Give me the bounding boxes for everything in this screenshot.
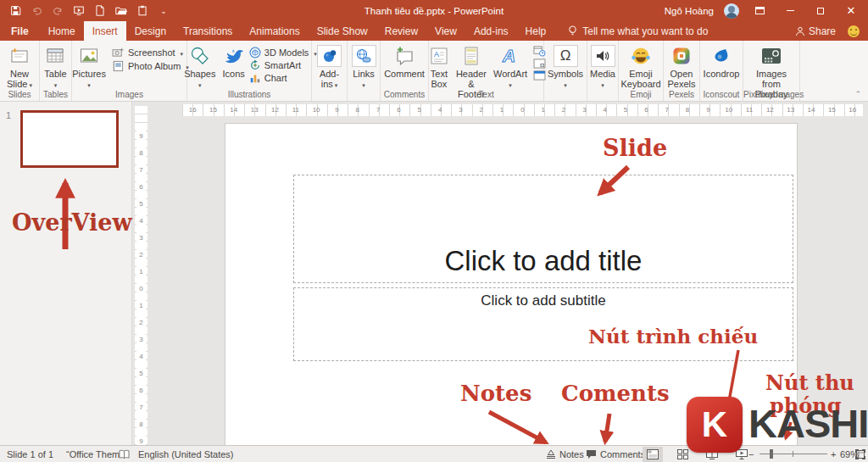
- ribbon-group-pixabay: Images from Pixabay Pixabay Images: [743, 41, 800, 101]
- workspace: 1 9876543210123456789 161514131211109876…: [0, 102, 868, 445]
- wordart-button[interactable]: A WordArt: [491, 43, 530, 92]
- start-slideshow-icon[interactable]: [72, 4, 86, 18]
- 3d-models-button[interactable]: 3D Models: [249, 47, 317, 58]
- paste-icon[interactable]: [136, 4, 149, 18]
- zoom-out-button[interactable]: −: [748, 446, 754, 462]
- chart-button[interactable]: Chart: [249, 72, 317, 84]
- table-icon: [45, 45, 65, 67]
- text-box-icon: A: [429, 45, 449, 67]
- zoom-in-button[interactable]: +: [831, 446, 836, 462]
- ribbon-display-options-icon[interactable]: [749, 0, 770, 21]
- open-icon[interactable]: [114, 4, 128, 18]
- ruler-number: 5: [615, 104, 636, 116]
- slide-thumbnail-panel[interactable]: 1: [0, 102, 132, 445]
- collapse-ribbon-icon[interactable]: ⌃: [854, 90, 861, 98]
- tab-view[interactable]: View: [426, 21, 465, 41]
- comment-label: Comment: [384, 69, 425, 79]
- ruler-number: 2: [554, 104, 574, 116]
- tab-design[interactable]: Design: [126, 21, 175, 41]
- pictures-button[interactable]: Pictures: [70, 43, 108, 92]
- feedback-smiley-icon[interactable]: [848, 25, 860, 37]
- new-file-icon[interactable]: [93, 4, 107, 18]
- comments-icon: [586, 449, 597, 459]
- fit-to-window-icon[interactable]: [855, 446, 865, 462]
- ruler-number: 6: [388, 104, 409, 116]
- share-label: Share: [809, 25, 836, 37]
- tab-review[interactable]: Review: [376, 21, 426, 41]
- tab-animations[interactable]: Animations: [241, 21, 308, 41]
- ruler-number: 7: [136, 162, 146, 179]
- smartart-button[interactable]: SmartArt: [249, 59, 317, 71]
- icons-bird-icon: [223, 45, 245, 67]
- ribbon-group-tables: Table Tables: [40, 41, 72, 101]
- comment-icon: [393, 45, 415, 67]
- ruler-number: 9: [136, 128, 146, 145]
- ruler-number: 3: [136, 230, 146, 247]
- normal-view-button[interactable]: [643, 447, 663, 462]
- 3d-models-icon: [249, 47, 261, 58]
- notes-button[interactable]: Notes: [546, 446, 584, 462]
- tab-transitions[interactable]: Transitions: [175, 21, 241, 41]
- emoji-keyboard-button[interactable]: Emoji Keyboard: [618, 43, 663, 91]
- ribbon: New Slide Slides Table Tables: [0, 41, 868, 102]
- save-icon[interactable]: [8, 4, 22, 18]
- pictures-icon: [79, 45, 99, 67]
- slide-thumbnail[interactable]: [20, 110, 119, 168]
- ruler-number: 3: [450, 104, 470, 116]
- media-button[interactable]: Media: [587, 43, 618, 92]
- restore-button[interactable]: [810, 0, 831, 21]
- account-avatar[interactable]: [724, 3, 739, 19]
- account-name[interactable]: Ngô Hoàng: [665, 6, 714, 16]
- ruler-number: 1: [492, 104, 512, 116]
- ribbon-group-images: Pictures Screenshot Photo Album Images: [72, 41, 187, 101]
- add-ins-button[interactable]: Add- ins: [314, 43, 344, 92]
- ruler-number: 10: [719, 104, 739, 116]
- ruler-number: 8: [677, 104, 698, 116]
- minimize-button[interactable]: [780, 0, 800, 21]
- title-placeholder[interactable]: Click to add title: [293, 175, 793, 283]
- shapes-button[interactable]: Shapes: [181, 43, 218, 92]
- ruler-number: 15: [203, 104, 223, 116]
- tell-me-box[interactable]: Tell me what you want to do: [559, 21, 716, 41]
- tab-help[interactable]: Help: [517, 21, 555, 41]
- ruler-number: 7: [136, 399, 146, 416]
- screenshot-button[interactable]: Screenshot: [112, 47, 189, 58]
- ruler-number: 1: [136, 264, 146, 281]
- customize-qat-icon[interactable]: ⌄: [157, 4, 170, 18]
- spellcheck-icon[interactable]: [119, 446, 130, 462]
- quick-access-toolbar: ⌄: [0, 4, 170, 18]
- tab-file[interactable]: File: [0, 21, 40, 41]
- photo-album-button[interactable]: Photo Album: [112, 60, 189, 72]
- powerpoint-window: ⌄ Thanh tiêu đề.pptx - PowerPoint Ngô Ho…: [0, 0, 868, 462]
- table-button[interactable]: Table: [42, 43, 69, 92]
- open-pexels-button[interactable]: Open Pexels: [665, 43, 698, 91]
- icondrop-button[interactable]: Icondrop: [701, 43, 743, 81]
- icons-button[interactable]: Icons: [220, 43, 247, 81]
- emoji-icon: [631, 45, 651, 67]
- title-placeholder-text: Click to add title: [445, 245, 643, 277]
- zoom-slider-thumb[interactable]: [770, 449, 773, 459]
- share-button[interactable]: Share: [795, 25, 836, 37]
- text-box-button[interactable]: A Text Box: [426, 43, 452, 91]
- ruler-number: 0: [136, 281, 146, 298]
- ruler-number: 5: [409, 104, 430, 116]
- ribbon-group-emoji: Emoji Keyboard Emoji: [619, 41, 664, 101]
- tab-home[interactable]: Home: [40, 21, 84, 41]
- subtitle-placeholder[interactable]: Click to add subtitle: [293, 287, 793, 361]
- comments-button[interactable]: Comments: [586, 446, 645, 462]
- title-bar: ⌄ Thanh tiêu đề.pptx - PowerPoint Ngô Ho…: [0, 0, 868, 21]
- language-indicator[interactable]: English (United States): [138, 446, 234, 462]
- close-button[interactable]: ✕: [841, 0, 861, 21]
- tab-insert[interactable]: Insert: [84, 21, 126, 41]
- symbols-button[interactable]: Ω Symbols: [545, 43, 586, 92]
- ribbon-group-add-ins: Add- ins: [312, 41, 348, 101]
- tab-add-ins[interactable]: Add-ins: [465, 21, 517, 41]
- new-slide-button[interactable]: New Slide: [4, 43, 35, 92]
- ruler-number: 9: [326, 104, 347, 116]
- comment-button[interactable]: Comment: [381, 43, 427, 81]
- pictures-label: Pictures: [72, 69, 106, 79]
- undo-icon: [30, 4, 43, 18]
- tab-slide-show[interactable]: Slide Show: [309, 21, 376, 41]
- links-button[interactable]: Links: [349, 43, 379, 92]
- ruler-number: 4: [595, 104, 615, 116]
